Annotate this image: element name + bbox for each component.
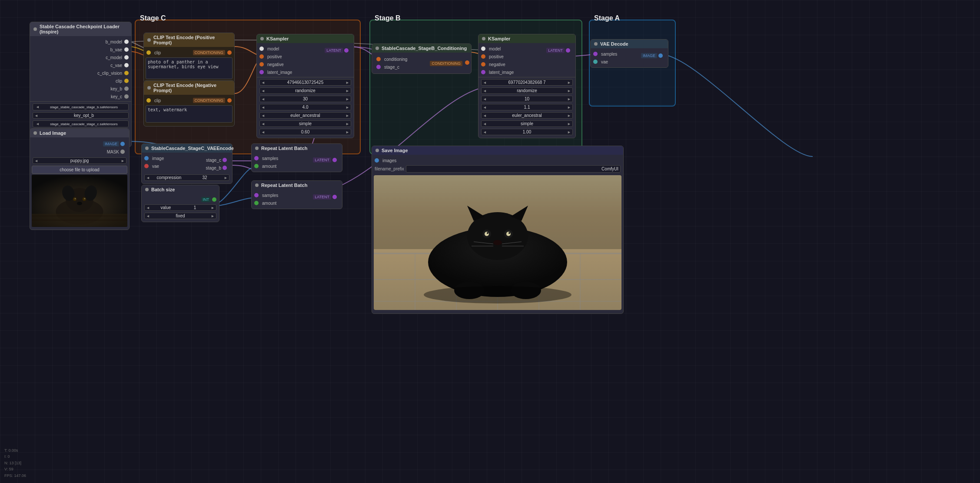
ksampler-c-sampler[interactable]: ◄ euler_ancestral ► <box>259 112 351 119</box>
ksampler-b-seed-right[interactable]: ► <box>566 80 572 85</box>
ksampler-c-sampler-row: ◄ euler_ancestral ► <box>257 111 354 120</box>
save-image-prefix-input[interactable] <box>406 165 621 173</box>
stage-b-stepper[interactable]: ◄ stage_stable_cascade_stage_b.safetenso… <box>33 103 129 110</box>
batch-size-value-right[interactable]: ► <box>209 205 216 210</box>
ksampler-c-steps-row: ◄ 30 ► <box>257 95 354 103</box>
batch-size-cag[interactable]: ◄ fixed ► <box>144 213 216 219</box>
ksampler-c-positive-port <box>259 54 264 59</box>
load-image-filename-right[interactable]: ► <box>120 158 126 163</box>
field-key-opt-b: ◄ key_opt_b <box>30 111 131 120</box>
ksampler-b-cfg-left[interactable]: ◄ <box>482 105 488 110</box>
ksampler-b-denoise-right[interactable]: ► <box>566 130 572 135</box>
ksampler-c-negative: negative <box>257 60 319 68</box>
ksampler-b-denoise-left[interactable]: ◄ <box>482 130 488 135</box>
load-image-outputs: IMAGE MASK <box>30 139 129 157</box>
ksampler-c-out-port <box>344 48 349 53</box>
ksampler-b-sampler[interactable]: ◄ euler_ancestral ► <box>481 112 573 119</box>
ksampler-b-seed[interactable]: ◄ 69770204382668 7 ► <box>481 79 573 86</box>
ksampler-c-sampler-left[interactable]: ◄ <box>260 113 266 118</box>
vae-encode-compression[interactable]: ◄ compression 32 ► <box>144 174 229 181</box>
ksampler-c-denoise-left[interactable]: ◄ <box>260 130 266 135</box>
key-opt-b-stepper[interactable]: ◄ key_opt_b <box>33 112 129 119</box>
ksampler-b-sched-right[interactable]: ► <box>566 121 572 127</box>
stage-b-cond-io: conditioning stage_c CONDITIONING <box>372 54 471 72</box>
ksampler-b-node: KSampler model positive negative la <box>478 34 576 138</box>
ksampler-c-cag-right[interactable]: ► <box>344 88 351 93</box>
vae-decode-body: samples vae IMAGE <box>591 48 668 67</box>
ksampler-b-sampler-left[interactable]: ◄ <box>482 113 488 118</box>
key-opt-b-arrow[interactable]: ◄ <box>33 113 40 118</box>
ksampler-b-cfg[interactable]: ◄ 1.1 ► <box>481 104 573 110</box>
ksampler-b-latent-label: latent_image <box>489 70 514 75</box>
ksampler-b-positive: positive <box>478 53 541 60</box>
vae-encode-comp-left[interactable]: ◄ <box>145 175 151 180</box>
ksampler-c-sched-left[interactable]: ◄ <box>260 121 266 127</box>
ksampler-b-steps-left[interactable]: ◄ <box>482 97 488 102</box>
batch-size-cag-left[interactable]: ◄ <box>145 213 151 219</box>
ksampler-c-denoise[interactable]: ◄ 0.60 ► <box>259 129 351 135</box>
ksampler-b-model-port <box>481 47 485 51</box>
ksampler-c-model-port <box>259 47 264 51</box>
clip-neg-textarea[interactable] <box>146 105 233 123</box>
load-image-filename-val: puppy.jpg <box>40 158 120 163</box>
ksampler-b-denoise[interactable]: ◄ 1.00 ► <box>481 129 573 135</box>
ksampler-c-sched-right[interactable]: ► <box>344 121 351 127</box>
stage-c-arrow-left[interactable]: ◄ <box>34 121 41 127</box>
ksampler-c-cfg-left[interactable]: ◄ <box>260 105 266 110</box>
ksampler-c-seed-left[interactable]: ◄ <box>260 80 266 85</box>
ksampler-c-dot <box>260 37 264 40</box>
ksampler-c-seed-right[interactable]: ► <box>344 80 351 85</box>
ksampler-b-cfg-right[interactable]: ► <box>566 105 572 110</box>
ksampler-c-steps-left[interactable]: ◄ <box>260 97 266 102</box>
load-image-filename-stepper[interactable]: ◄ puppy.jpg ► <box>33 157 126 164</box>
repeat-latent-2-dot <box>255 183 259 187</box>
batch-size-int-out: INT <box>142 196 219 203</box>
batch-size-cag-right[interactable]: ► <box>209 213 216 219</box>
load-image-filename-left[interactable]: ◄ <box>33 158 40 163</box>
load-image-mask-port <box>120 150 125 154</box>
svg-point-32 <box>508 232 510 234</box>
ksampler-b-sched[interactable]: ◄ simple ► <box>481 120 573 127</box>
ksampler-c-seed[interactable]: ◄ 479466130725425 ► <box>259 79 351 86</box>
ksampler-c-steps-right[interactable]: ► <box>344 97 351 102</box>
ksampler-c-body: model positive negative latent_image LAT… <box>257 43 354 138</box>
ksampler-c-cag[interactable]: ◄ randomize ► <box>259 87 351 94</box>
repeat-latent-1-title: Repeat Latent Batch <box>261 146 307 151</box>
clip-neg-header: CLIP Text Encode (Negative Prompt) <box>144 81 234 95</box>
ksampler-c-latent-label: latent_image <box>267 70 292 75</box>
stage-b-arrow-left[interactable]: ◄ <box>34 104 41 110</box>
ksampler-b-steps-right[interactable]: ► <box>566 97 572 102</box>
ksampler-c-sampler-right[interactable]: ► <box>344 113 351 118</box>
repeat-latent-2-out: LATENT <box>310 193 339 201</box>
c-clip-port <box>124 71 129 75</box>
ksampler-c-cfg-right[interactable]: ► <box>344 105 351 110</box>
ksampler-b-sampler-right[interactable]: ► <box>566 113 572 118</box>
ksampler-b-cfg-row: ◄ 1.1 ► <box>478 103 575 111</box>
clip-pos-textarea[interactable] <box>146 57 233 79</box>
stage-b-cond-dot <box>375 47 379 50</box>
key-c-label: key_c <box>111 94 122 99</box>
ksampler-c-cag-left[interactable]: ◄ <box>260 88 266 93</box>
batch-size-node: Batch size INT ◄ value 1 ► ◄ fixed ► <box>141 185 219 222</box>
batch-size-value-left[interactable]: ◄ <box>145 205 151 210</box>
stage-c-value: stage_stable_cascade_stage_c.safetensors <box>41 122 127 127</box>
ksampler-b-cag[interactable]: ◄ randomize ► <box>481 87 573 94</box>
ksampler-b-steps[interactable]: ◄ 10 ► <box>481 96 573 102</box>
ksampler-c-denoise-right[interactable]: ► <box>344 130 351 135</box>
ksampler-b-sched-left[interactable]: ◄ <box>482 121 488 127</box>
stage-b-cond-cond: conditioning <box>374 55 410 63</box>
ksampler-c-cfg[interactable]: ◄ 4.0 ► <box>259 104 351 110</box>
choose-file-button[interactable]: choose file to upload <box>32 166 127 174</box>
stage-c-stepper[interactable]: ◄ stage_stable_cascade_stage_c.safetenso… <box>33 120 129 127</box>
ksampler-c-sched[interactable]: ◄ simple ► <box>259 120 351 127</box>
vae-decode-outputs: IMAGE <box>636 50 668 66</box>
ksampler-b-cag-right[interactable]: ► <box>566 88 572 93</box>
ksampler-c-negative-label: negative <box>267 62 284 67</box>
vae-encode-comp-right[interactable]: ► <box>223 175 229 180</box>
ksampler-b-cag-left[interactable]: ◄ <box>482 88 488 93</box>
vae-decode-dot <box>594 42 598 46</box>
ksampler-c-steps[interactable]: ◄ 30 ► <box>259 96 351 102</box>
ksampler-b-seed-left[interactable]: ◄ <box>482 80 488 85</box>
clip-pos-conditioning-badge: CONDITIONING <box>193 50 226 55</box>
batch-size-value-stepper[interactable]: ◄ value 1 ► <box>144 204 216 211</box>
